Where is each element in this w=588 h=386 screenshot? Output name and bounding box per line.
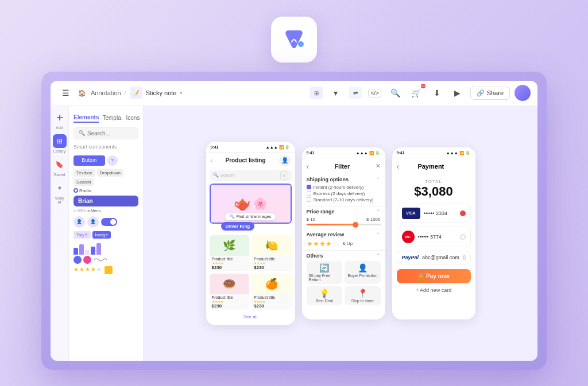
chart-bar-4 [91, 247, 95, 255]
review-section: Average review ⌃ ★★★★ ☆ & Up [302, 229, 385, 251]
product-card-1[interactable]: 🌿 Product title ★★★★ $230 [210, 235, 250, 271]
code-tool-button[interactable]: </> [367, 85, 383, 101]
yellow-square [105, 266, 113, 274]
frame-tool-button[interactable]: ⊞ [308, 85, 324, 101]
share-icon: 🔗 [477, 89, 485, 97]
ph3-title-bar: ‹ Payment [392, 158, 475, 174]
sidebar-search-box[interactable]: 🔍 [74, 127, 138, 139]
visily-ai-action[interactable]: ✦ Visily AI [53, 181, 67, 204]
tab-elements[interactable]: Elements [74, 113, 99, 123]
ph1-header: 9:41 ▲▲▲ 📶 🔋 [206, 142, 295, 153]
price-chevron: ⌃ [376, 209, 381, 215]
slider-thumb[interactable] [353, 222, 358, 228]
pay-now-button[interactable]: 🔒 Pay now [397, 269, 471, 283]
shipping-label-1: Instant (2 hours delivery) [314, 185, 364, 190]
star-1: ★ [74, 266, 79, 274]
menu-button[interactable]: ☰ [57, 85, 74, 101]
breadcrumb-sep: / [125, 89, 126, 96]
tag-row: Tag 9 badge [69, 230, 143, 240]
payment-method-mc[interactable]: MC •••••• 3774 [397, 227, 471, 247]
product-image-emoji: 🫖 [234, 196, 251, 212]
product-card-2[interactable]: 🍋 Product title ★★★★ $230 [252, 235, 292, 271]
price-slider[interactable] [307, 224, 381, 225]
chart-bar-2 [79, 244, 84, 255]
wave-icon [93, 256, 107, 264]
paypal-radio[interactable] [463, 255, 466, 260]
other-item-2[interactable]: 👤 Buyer Protection [345, 261, 381, 284]
payment-method-paypal[interactable]: PayPal abc@gmail.com [397, 251, 471, 264]
ph1-back[interactable]: ‹ [211, 158, 212, 163]
return-icon: 🔄 [319, 263, 329, 272]
product-card-4[interactable]: 🍊 Product title ★★★★ $230 [252, 274, 292, 310]
search-component[interactable]: Search [74, 178, 94, 186]
toggle-demo[interactable] [101, 218, 117, 226]
expand-tool-button[interactable]: ▾ [328, 85, 344, 101]
app-window: ☰ 🏠 Annotation / 📝 Sticky note ▾ ⊞ ▾ ⇄ [41, 72, 547, 370]
search-input[interactable] [87, 130, 133, 137]
sidebar-icon-actions: Add ⊞ Library 🔖 Saved ✦ Visily AI [51, 106, 69, 361]
payment-method-visa[interactable]: VISA •••••• 2334 [397, 204, 471, 223]
shipping-option-1[interactable]: Instant (2 hours delivery) [307, 185, 381, 190]
radio-component[interactable]: Radio [74, 188, 91, 193]
other-item-3[interactable]: 💡 Best Deal [307, 286, 343, 305]
library-action[interactable]: ⊞ Library [53, 134, 67, 153]
mc-radio[interactable] [460, 234, 466, 240]
ph1-search[interactable]: 🔍 Search ⊞ [210, 170, 292, 181]
ph1-time: 9:41 [211, 145, 219, 149]
swap-tool-button[interactable]: ⇄ [347, 85, 363, 101]
protection-icon: 👤 [358, 263, 368, 272]
shipping-option-3[interactable]: Standard (7-10 days delivery) [307, 197, 381, 202]
stars-row: ★ ★ ★ ★ ★ [69, 265, 143, 275]
add-action[interactable]: Add [53, 111, 67, 130]
sidebar-tabs: Elements Templa. Icons [69, 111, 143, 125]
textbox-component[interactable]: Textbox [74, 169, 95, 177]
protection-label: Buyer Protection [347, 274, 377, 278]
checkbox-1[interactable] [307, 185, 311, 189]
library-button[interactable]: ⊞ [53, 134, 67, 148]
other-item-4[interactable]: 📍 Ship to store [345, 286, 381, 305]
menu-icon: ☰ [62, 88, 69, 98]
tab-icons[interactable]: Icons [126, 114, 140, 122]
tag-component[interactable]: Tag 9 [74, 231, 91, 239]
tab-templates[interactable]: Templa. [102, 114, 122, 122]
add-button[interactable] [53, 111, 67, 124]
badge-component[interactable]: badge [92, 231, 111, 239]
logo-svg [280, 26, 308, 53]
return-label: 30-day Free Return [309, 274, 341, 282]
shipping-option-2[interactable]: Express (2 days delivery) [307, 191, 381, 196]
see-all-link[interactable]: See all [206, 312, 295, 322]
find-similar-badge[interactable]: 🔍 Find similar images [225, 213, 276, 220]
visa-radio[interactable] [460, 210, 466, 216]
oliver-king-badge: Oliver King [221, 222, 255, 231]
play-button[interactable]: ▶ [450, 85, 466, 101]
filter-icon[interactable]: ⊞ [280, 171, 288, 180]
share-button[interactable]: 🔗 Share [470, 87, 510, 100]
ph2-close[interactable]: ✕ [376, 162, 381, 170]
price-title: Price range [307, 209, 335, 215]
dropdown-component[interactable]: Dropdown [97, 169, 123, 177]
download-button[interactable]: ⬇ [429, 85, 445, 101]
chart-bar-1 [74, 248, 78, 255]
help-component[interactable]: ? [107, 155, 118, 166]
checkbox-3[interactable] [307, 197, 311, 202]
product-stars-2: ★★★★ [254, 261, 289, 265]
price-header: Price range ⌃ [307, 209, 381, 215]
mc-number: •••••• 3774 [418, 234, 457, 240]
price-max: $ 1000 [366, 217, 380, 222]
review-stars: ★★★★ ☆ & Up [307, 240, 381, 248]
icons-row: 👤 👤 [69, 214, 143, 230]
checkbox-2[interactable] [307, 191, 311, 196]
review-header: Average review ⌃ [307, 232, 381, 237]
saved-button[interactable]: 🔖 [53, 158, 67, 171]
selected-image-box: 🫖 🌸 🔍 Find similar images [210, 184, 292, 224]
visily-ai-button[interactable]: ✦ [53, 181, 67, 195]
product-stars-4: ★★★★ [254, 299, 289, 303]
search-button[interactable]: 🔍 [388, 85, 404, 101]
deal-icon: 💡 [319, 288, 329, 298]
other-item-1[interactable]: 🔄 30-day Free Return [307, 261, 343, 284]
button-component[interactable]: Button [74, 155, 105, 166]
ph3-header-status: 9:41 ▲▲▲ 📶 🔋 [392, 147, 475, 158]
product-card-3[interactable]: 🍩 Product title ★★★★ $230 [210, 274, 250, 310]
add-card-link[interactable]: + Add new card [392, 286, 475, 295]
saved-action[interactable]: 🔖 Saved [53, 158, 67, 177]
